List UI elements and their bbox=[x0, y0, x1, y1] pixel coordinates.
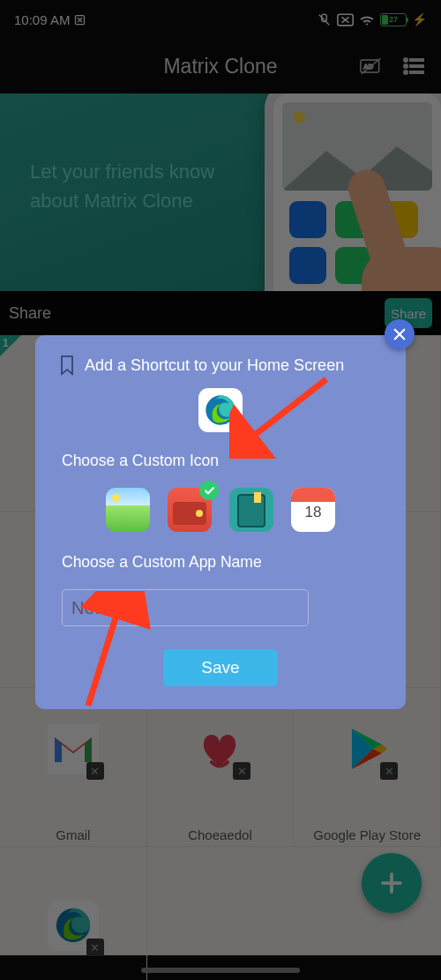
choose-name-label: Choose a Custom App Name bbox=[62, 553, 383, 572]
icon-option-gallery[interactable] bbox=[106, 488, 150, 532]
bookmark-icon bbox=[58, 355, 76, 376]
svg-rect-25 bbox=[254, 492, 261, 503]
modal-title: Add a Shortcut to your Home Screen bbox=[58, 355, 383, 376]
icon-options: 18 bbox=[58, 488, 383, 532]
calendar-day: 18 bbox=[291, 504, 335, 521]
choose-icon-label: Choose a Custom Icon bbox=[62, 452, 383, 470]
add-shortcut-modal: Add a Shortcut to your Home Screen Choos… bbox=[35, 335, 406, 709]
app-name-input[interactable] bbox=[62, 589, 309, 626]
save-button[interactable]: Save bbox=[163, 649, 278, 686]
svg-point-22 bbox=[196, 510, 203, 517]
close-button[interactable] bbox=[385, 319, 415, 349]
selected-check-icon bbox=[199, 481, 219, 500]
icon-option-calendar[interactable]: 18 bbox=[291, 488, 335, 532]
icon-option-wallet[interactable] bbox=[168, 488, 212, 532]
current-app-icon bbox=[198, 388, 243, 432]
icon-option-notebook[interactable] bbox=[229, 488, 273, 532]
